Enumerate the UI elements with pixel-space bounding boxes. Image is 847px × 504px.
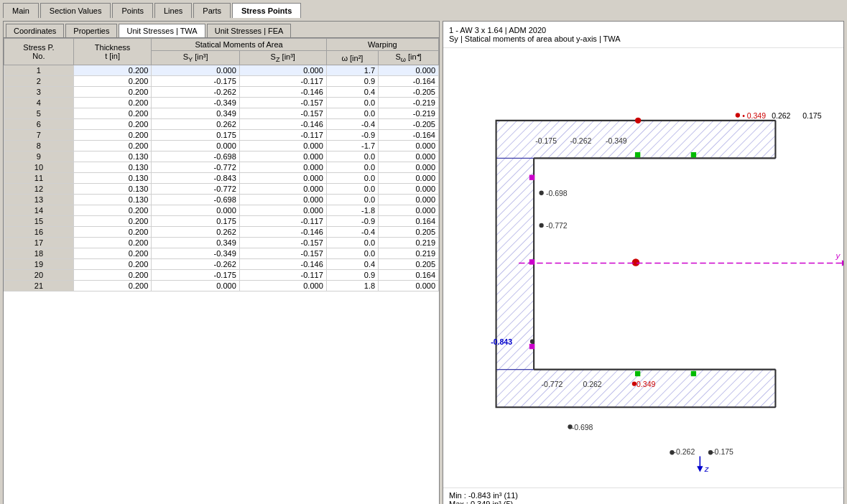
cell-4: 0.0 <box>326 98 378 108</box>
cell-5: -0.219 <box>379 98 439 108</box>
cell-5: 0.000 <box>379 173 439 184</box>
sub-tab-unit-stresses-twa[interactable]: Unit Stresses | TWA <box>119 24 205 37</box>
cell-4: 1.8 <box>326 281 378 291</box>
cell-3: 0.000 <box>239 281 326 291</box>
cell-1: 0.200 <box>73 141 152 151</box>
cell-1: 0.130 <box>73 184 152 195</box>
cell-2: -0.175 <box>152 76 239 87</box>
cell-1: 0.200 <box>73 119 152 130</box>
cell-1: 0.200 <box>73 281 152 291</box>
table-row[interactable]: 60.2000.262-0.146-0.4-0.205 <box>4 119 439 130</box>
svg-text:-0.175: -0.175 <box>712 447 733 456</box>
svg-text:z: z <box>704 465 709 473</box>
svg-point-15 <box>632 258 640 266</box>
svg-point-47 <box>568 424 572 429</box>
cell-2: 0.349 <box>152 238 239 248</box>
cell-3: -0.146 <box>239 87 326 98</box>
table-row[interactable]: 200.200-0.175-0.1170.90.164 <box>4 270 439 281</box>
stress-table: Stress P.No. Thicknesst [in] Statical Mo… <box>4 38 439 291</box>
table-row[interactable]: 160.2000.262-0.146-0.40.205 <box>4 227 439 238</box>
svg-rect-10 <box>635 152 640 157</box>
table-row[interactable]: 100.130-0.7720.0000.00.000 <box>4 162 439 173</box>
sub-tab-unit-stresses-fea[interactable]: Unit Stresses | FEA <box>207 24 292 37</box>
cell-5: -0.205 <box>379 119 439 130</box>
cell-4: -0.9 <box>326 130 378 141</box>
cell-5: 0.000 <box>379 184 439 195</box>
table-row[interactable]: 40.200-0.349-0.1570.0-0.219 <box>4 98 439 108</box>
sub-tabs: Coordinates Properties Unit Stresses | T… <box>4 22 439 38</box>
chart-info-line1: 1 - AW 3 x 1.64 | ADM 2020 <box>449 26 838 34</box>
cell-2: -0.698 <box>152 151 239 162</box>
svg-text:-0.772: -0.772 <box>542 380 563 388</box>
tab-points[interactable]: Points <box>112 3 153 18</box>
table-row[interactable]: 70.2000.175-0.117-0.9-0.164 <box>4 130 439 141</box>
table-row[interactable]: 180.200-0.349-0.1570.00.219 <box>4 248 439 259</box>
tab-stress-points[interactable]: Stress Points <box>232 3 301 18</box>
svg-text:-0.262: -0.262 <box>674 447 695 456</box>
tab-parts[interactable]: Parts <box>193 3 231 18</box>
cell-2: 0.175 <box>152 216 239 227</box>
table-row[interactable]: 150.2000.175-0.117-0.90.164 <box>4 216 439 227</box>
table-row[interactable]: 190.200-0.262-0.1460.40.205 <box>4 259 439 270</box>
tab-lines[interactable]: Lines <box>154 3 192 18</box>
cell-1: 0.200 <box>73 216 152 227</box>
table-row[interactable]: 30.200-0.262-0.1460.4-0.205 <box>4 87 439 98</box>
right-panel: 1 - AW 3 x 1.64 | ADM 2020 Sy | Statical… <box>443 21 844 504</box>
sub-tab-properties[interactable]: Properties <box>65 24 117 37</box>
cell-5: 0.219 <box>379 238 439 248</box>
cell-3: 0.000 <box>239 141 326 151</box>
table-row[interactable]: 90.130-0.6980.0000.00.000 <box>4 151 439 162</box>
svg-text:-0.698: -0.698 <box>546 189 568 197</box>
chart-area: y z • 0.349 0.262 0.175 -0.175 -0.262 <box>443 48 843 487</box>
cell-0: 13 <box>4 195 74 205</box>
cell-1: 0.200 <box>73 130 152 141</box>
cell-5: 0.219 <box>379 248 439 259</box>
table-row[interactable]: 140.2000.0000.000-1.80.000 <box>4 205 439 216</box>
cell-4: -0.9 <box>326 216 378 227</box>
cell-4: -0.4 <box>326 119 378 130</box>
svg-rect-17 <box>529 259 534 264</box>
cell-1: 0.130 <box>73 195 152 205</box>
cell-2: 0.262 <box>152 119 239 130</box>
cell-5: -0.219 <box>379 108 439 119</box>
svg-point-44 <box>670 450 674 454</box>
cell-5: 0.000 <box>379 205 439 216</box>
table-row[interactable]: 80.2000.0000.000-1.70.000 <box>4 141 439 151</box>
cell-1: 0.200 <box>73 98 152 108</box>
svg-rect-11 <box>635 371 640 376</box>
cell-2: 0.000 <box>152 141 239 151</box>
table-row[interactable]: 120.130-0.7720.0000.00.000 <box>4 184 439 195</box>
table-row[interactable]: 10.2000.0000.0001.70.000 <box>4 65 439 76</box>
table-row[interactable]: 170.2000.349-0.1570.00.219 <box>4 238 439 248</box>
cell-2: 0.000 <box>152 65 239 76</box>
svg-text:0.262: 0.262 <box>583 380 601 388</box>
cell-0: 10 <box>4 162 74 173</box>
cell-1: 0.200 <box>73 248 152 259</box>
sub-tab-coordinates[interactable]: Coordinates <box>6 24 64 37</box>
table-row[interactable]: 210.2000.0000.0001.80.000 <box>4 281 439 291</box>
cell-4: 0.0 <box>326 162 378 173</box>
section-svg: y z • 0.349 0.262 0.175 -0.175 -0.262 <box>443 48 843 487</box>
table-row[interactable]: 130.130-0.6980.0000.00.000 <box>4 195 439 205</box>
cell-4: 0.4 <box>326 87 378 98</box>
svg-text:-0.349: -0.349 <box>606 136 627 145</box>
cell-5: -0.164 <box>379 130 439 141</box>
cell-0: 18 <box>4 248 74 259</box>
cell-3: -0.157 <box>239 108 326 119</box>
cell-3: -0.157 <box>239 98 326 108</box>
table-row[interactable]: 50.2000.349-0.1570.0-0.219 <box>4 108 439 119</box>
col-sy: SY [in³] <box>152 51 239 65</box>
cell-4: 0.0 <box>326 173 378 184</box>
cell-4: 0.9 <box>326 76 378 87</box>
table-row[interactable]: 20.200-0.175-0.1170.9-0.164 <box>4 76 439 87</box>
tab-main[interactable]: Main <box>3 3 39 18</box>
tab-section-values[interactable]: Section Values <box>40 3 111 18</box>
svg-text:0.175: 0.175 <box>802 111 821 120</box>
cell-1: 0.200 <box>73 238 152 248</box>
table-row[interactable]: 110.130-0.8430.0000.00.000 <box>4 173 439 184</box>
cell-3: 0.000 <box>239 195 326 205</box>
cell-4: 0.9 <box>326 270 378 281</box>
cell-0: 11 <box>4 173 74 184</box>
svg-point-35 <box>539 223 543 228</box>
cell-5: 0.164 <box>379 216 439 227</box>
